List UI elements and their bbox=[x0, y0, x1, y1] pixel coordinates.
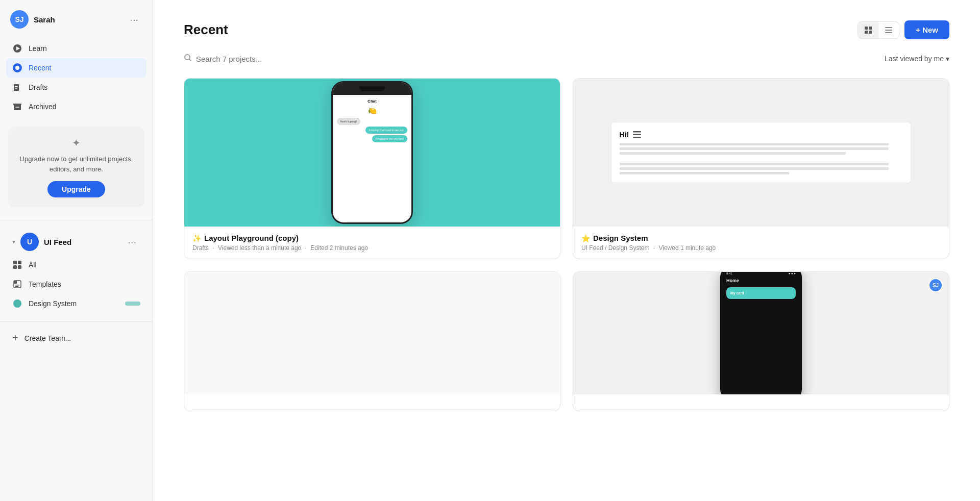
dark-phone-card: My card bbox=[726, 287, 796, 299]
chat-bubble-sent-2: Amazing to see you here! bbox=[372, 135, 407, 142]
phone-top-bar bbox=[333, 83, 411, 95]
user-more-button[interactable]: ··· bbox=[126, 12, 142, 28]
grid-view-button[interactable] bbox=[858, 22, 878, 38]
create-team-plus-icon: + bbox=[12, 332, 18, 344]
svg-rect-9 bbox=[18, 265, 21, 269]
sparkle-icon: ✦ bbox=[16, 137, 136, 149]
dark-phone-mockup: 9:41 ● ● ● Home My card bbox=[720, 272, 802, 394]
chat-bubble-received-1: How's it going? bbox=[337, 118, 360, 125]
sidebar-item-label-recent: Recent bbox=[29, 64, 51, 72]
project-info-4 bbox=[573, 394, 949, 411]
upgrade-button[interactable]: Upgrade bbox=[47, 181, 105, 197]
team-collapse-button[interactable]: ▾ bbox=[12, 238, 15, 245]
dark-phone-status: 9:41 ● ● ● bbox=[724, 272, 798, 275]
project-card-design-system[interactable]: Hi! bbox=[573, 78, 949, 259]
project-title-layout: Layout Playground (copy) bbox=[204, 234, 299, 242]
search-icon bbox=[184, 54, 192, 64]
ds-thumb-title: Hi! bbox=[620, 131, 903, 139]
dot-sep-ds: · bbox=[653, 244, 655, 252]
upgrade-box: ✦ Upgrade now to get unlimited projects,… bbox=[8, 127, 144, 208]
project-title-ds: Design System bbox=[593, 234, 648, 242]
sort-button[interactable]: Last viewed by me ▾ bbox=[885, 55, 949, 63]
learn-icon bbox=[12, 43, 22, 54]
page-title: Recent bbox=[184, 22, 228, 38]
team-nav-templates[interactable]: Templates bbox=[6, 274, 146, 294]
team-nav-all[interactable]: All bbox=[6, 255, 146, 274]
sidebar-item-archived[interactable]: Archived bbox=[6, 97, 146, 116]
chat-bubble-sent-1: Amazing! Can't wait to see you! bbox=[365, 127, 407, 134]
upgrade-text: Upgrade now to get unlimited projects, e… bbox=[16, 154, 136, 174]
ds-line-4 bbox=[620, 163, 889, 165]
user-info: SJ Sarah bbox=[10, 10, 55, 29]
sidebar-item-recent[interactable]: Recent bbox=[6, 58, 146, 78]
drafts-icon bbox=[12, 82, 22, 92]
sidebar-item-drafts[interactable]: Drafts bbox=[6, 78, 146, 97]
svg-rect-19 bbox=[885, 30, 892, 31]
ds-spacer bbox=[620, 157, 903, 161]
recent-icon bbox=[12, 63, 22, 73]
svg-rect-4 bbox=[15, 88, 17, 89]
svg-rect-16 bbox=[865, 31, 868, 34]
team-nav-design-system[interactable]: Design System bbox=[6, 294, 146, 313]
grid-icon bbox=[864, 26, 872, 34]
svg-rect-3 bbox=[15, 86, 18, 87]
team-info: ▾ U UI Feed bbox=[12, 233, 71, 251]
project-card-4[interactable]: 9:41 ● ● ● Home My card SJ bbox=[573, 271, 949, 411]
sidebar-item-label-archived: Archived bbox=[29, 103, 56, 111]
sidebar-divider bbox=[0, 220, 153, 220]
project-info-layout: ✨ Layout Playground (copy) Drafts · View… bbox=[184, 227, 560, 259]
new-button[interactable]: + New bbox=[904, 20, 949, 39]
templates-icon bbox=[12, 279, 22, 289]
team-section: ▾ U UI Feed ··· All bbox=[0, 224, 153, 317]
sidebar-item-learn[interactable]: Learn bbox=[6, 39, 146, 58]
projects-grid: Chat 🍋 How's it going? Amazing! Can't wa… bbox=[184, 78, 949, 411]
svg-rect-22 bbox=[633, 131, 641, 133]
svg-rect-15 bbox=[869, 27, 872, 30]
svg-rect-6 bbox=[13, 261, 17, 264]
phone-content: Chat 🍋 How's it going? Amazing! Can't wa… bbox=[333, 95, 411, 222]
project-thumbnail-3 bbox=[184, 272, 560, 394]
avatar: SJ bbox=[10, 10, 29, 29]
ds-line-6 bbox=[620, 172, 790, 174]
dot-sep-1: · bbox=[212, 244, 214, 252]
svg-rect-8 bbox=[13, 265, 17, 269]
design-system-icon bbox=[12, 298, 22, 309]
project-name-layout: ✨ Layout Playground (copy) bbox=[192, 234, 552, 242]
chat-messages: How's it going? Amazing! Can't wait to s… bbox=[337, 118, 407, 144]
svg-rect-12 bbox=[15, 285, 19, 286]
svg-rect-7 bbox=[18, 261, 21, 264]
ds-line-3 bbox=[620, 152, 846, 155]
create-team-button[interactable]: + Create Team... bbox=[0, 326, 153, 350]
project-card-3[interactable] bbox=[184, 271, 560, 411]
sort-label: Last viewed by me bbox=[885, 55, 944, 63]
list-view-button[interactable] bbox=[878, 22, 899, 38]
project-card-layout-playground[interactable]: Chat 🍋 How's it going? Amazing! Can't wa… bbox=[184, 78, 560, 259]
team-header: ▾ U UI Feed ··· bbox=[6, 229, 146, 255]
svg-rect-20 bbox=[885, 32, 892, 33]
search-input-wrap bbox=[184, 54, 308, 64]
sidebar-item-label-drafts: Drafts bbox=[29, 83, 47, 91]
ds-hi-label: Hi! bbox=[620, 131, 629, 139]
project-viewed-layout: Viewed less than a minute ago bbox=[218, 244, 301, 252]
team-name: UI Feed bbox=[44, 238, 71, 246]
phone-mockup: Chat 🍋 How's it going? Amazing! Can't wa… bbox=[331, 81, 413, 224]
svg-rect-18 bbox=[885, 27, 892, 28]
search-input[interactable] bbox=[196, 55, 308, 63]
team-more-button[interactable]: ··· bbox=[124, 234, 140, 250]
search-bar: Last viewed by me ▾ bbox=[184, 54, 949, 64]
svg-rect-5 bbox=[13, 104, 21, 105]
svg-rect-17 bbox=[869, 31, 872, 34]
username: Sarah bbox=[34, 15, 55, 24]
create-team-label: Create Team... bbox=[24, 334, 71, 342]
svg-rect-24 bbox=[633, 137, 641, 138]
sparkle-icon: ✨ bbox=[192, 234, 201, 242]
svg-rect-2 bbox=[14, 84, 19, 91]
ds-line-2 bbox=[620, 147, 889, 150]
sidebar: SJ Sarah ··· Learn Recent bbox=[0, 0, 153, 501]
project-edited-layout: Edited 2 minutes ago bbox=[310, 244, 368, 252]
project-meta-ds: UI Feed / Design System · Viewed 1 minut… bbox=[581, 244, 941, 252]
all-icon bbox=[12, 260, 22, 270]
design-system-thumb: Hi! bbox=[611, 122, 912, 183]
ds-line-5 bbox=[620, 167, 889, 170]
star-icon-ds: ⭐ bbox=[581, 234, 590, 242]
